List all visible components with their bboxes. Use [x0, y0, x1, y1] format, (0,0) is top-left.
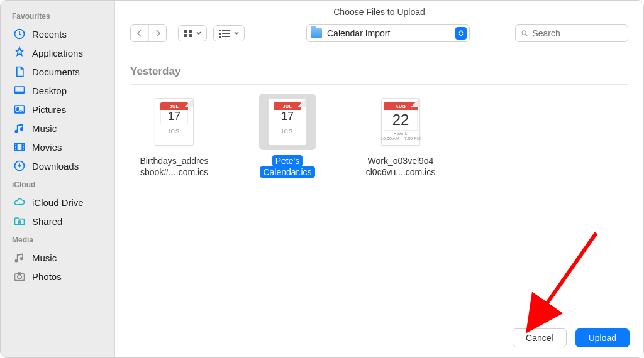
calendar-day: 17: [160, 110, 188, 124]
sidebar-item-media-music[interactable]: Music: [8, 248, 114, 267]
file-type-tag: ICS: [282, 128, 293, 134]
music-icon: [13, 122, 26, 134]
sidebar-item-label: Photos: [32, 271, 62, 282]
sidebar-item-label: iCloud Drive: [32, 197, 84, 208]
svg-point-20: [522, 31, 526, 35]
svg-rect-11: [189, 30, 192, 33]
clock-icon: [13, 28, 26, 40]
sidebar-item-label: Recents: [32, 29, 67, 40]
file-thumbnail: JUL 17 ICS: [155, 98, 194, 146]
downloads-icon: [13, 160, 26, 172]
sidebar-item-label: Downloads: [32, 161, 79, 171]
toolbar: Calendar Import: [115, 22, 643, 55]
svg-rect-13: [189, 34, 192, 37]
chevron-right-icon: [155, 30, 161, 37]
sidebar-item-pictures[interactable]: Pictures: [8, 100, 114, 119]
document-icon: [13, 65, 26, 78]
sidebar-item-label: Applications: [32, 48, 83, 58]
chevron-down-icon: [196, 31, 201, 35]
file-item-selected[interactable]: JUL 17 ICS Pete'sCalendar.ics: [243, 94, 331, 178]
file-thumbnail: JUL 17 ICS: [268, 98, 307, 146]
sidebar-item-label: Movies: [32, 142, 62, 153]
svg-point-9: [18, 275, 22, 279]
path-dropdown[interactable]: Calendar Import: [306, 24, 470, 42]
group-header: Yesterday: [130, 65, 628, 85]
calendar-subtext: 10:00 AM – 7:00 PM: [380, 136, 420, 141]
sidebar-section-icloud: iCloud: [12, 180, 114, 189]
sidebar-item-movies[interactable]: Movies: [8, 138, 114, 156]
music-icon: [13, 251, 26, 264]
svg-rect-14: [219, 30, 221, 31]
group-view-button[interactable]: [213, 25, 245, 41]
svg-rect-5: [15, 143, 25, 151]
file-thumbnail: AUG 22 • Work 10:00 AM – 7:00 PM: [381, 98, 420, 146]
sidebar-item-documents[interactable]: Documents: [8, 62, 114, 81]
group-icon: [219, 29, 230, 38]
calendar-month-band: AUG: [384, 102, 418, 110]
svg-rect-2: [15, 92, 25, 94]
folder-icon: [311, 28, 322, 38]
sidebar-item-applications[interactable]: Applications: [8, 43, 114, 62]
svg-rect-10: [184, 30, 187, 33]
sidebar-item-label: Music: [32, 123, 57, 134]
main-panel: Choose Files to Upload: [115, 1, 643, 357]
cloud-icon: [13, 196, 26, 209]
sidebar-item-label: Documents: [32, 67, 80, 77]
svg-rect-18: [219, 36, 221, 38]
file-label: Pete'sCalendar.ics: [243, 155, 331, 178]
calendar-month-band: JUL: [160, 102, 188, 110]
icon-view-button[interactable]: [178, 25, 207, 41]
svg-rect-16: [219, 33, 221, 35]
window-title: Choose Files to Upload: [115, 1, 643, 22]
grid-icon: [184, 29, 192, 38]
sidebar-item-music[interactable]: Music: [8, 119, 114, 138]
nav-buttons: [130, 24, 167, 42]
svg-rect-19: [222, 36, 230, 37]
calendar-day: 22: [384, 110, 418, 131]
file-picker-window: Favourites Recents Applications Document…: [0, 0, 644, 358]
desktop-icon: [13, 84, 26, 97]
sidebar-item-label: Pictures: [32, 104, 66, 115]
pictures-icon: [13, 103, 26, 116]
camera-icon: [13, 270, 26, 283]
svg-rect-15: [222, 30, 230, 31]
sidebar-item-downloads[interactable]: Downloads: [8, 156, 114, 175]
movies-icon: [13, 141, 26, 153]
back-button[interactable]: [131, 25, 148, 41]
svg-rect-12: [184, 34, 187, 37]
search-input[interactable]: [532, 28, 623, 38]
file-type-tag: ICS: [169, 128, 180, 134]
calendar-day: 17: [274, 110, 301, 124]
calendar-month-band: JUL: [274, 102, 301, 110]
sidebar-section-favourites: Favourites: [12, 12, 114, 21]
file-item[interactable]: JUL 17 ICS Birthdays_addressbook#....com…: [130, 94, 218, 178]
search-icon: [521, 29, 528, 38]
chevron-left-icon: [136, 30, 143, 37]
file-label: Birthdays_addressbook#....com.ics: [130, 155, 218, 178]
cancel-button[interactable]: Cancel: [513, 328, 567, 347]
sidebar-section-media: Media: [12, 236, 114, 244]
file-grid: JUL 17 ICS Birthdays_addressbook#....com…: [130, 94, 628, 178]
svg-rect-17: [222, 33, 230, 34]
sidebar-item-icloud-drive[interactable]: iCloud Drive: [8, 193, 114, 212]
sidebar-item-desktop[interactable]: Desktop: [8, 81, 114, 100]
search-box[interactable]: [515, 24, 628, 42]
forward-button[interactable]: [148, 25, 166, 41]
shared-folder-icon: [13, 215, 26, 227]
file-browser-content: Yesterday JUL 17 ICS Birthdays_addressbo…: [115, 55, 643, 318]
sidebar-item-label: Music: [32, 252, 57, 263]
calendar-subtext: • Work: [394, 131, 408, 136]
upload-button[interactable]: Upload: [575, 328, 630, 347]
sidebar-item-recents[interactable]: Recents: [8, 24, 114, 43]
sidebar-item-label: Desktop: [32, 85, 67, 96]
sidebar-item-shared[interactable]: Shared: [8, 212, 114, 231]
chevron-down-icon: [234, 31, 239, 35]
dialog-footer: Cancel Upload: [115, 318, 643, 357]
file-label: Work_o03vel9o4cl0c6vu....com.ics: [357, 155, 445, 178]
file-item[interactable]: AUG 22 • Work 10:00 AM – 7:00 PM Work_o0…: [357, 94, 445, 178]
dropdown-toggle-icon: [455, 27, 467, 40]
sidebar: Favourites Recents Applications Document…: [1, 1, 115, 357]
sidebar-item-media-photos[interactable]: Photos: [8, 267, 114, 286]
applications-icon: [13, 46, 26, 59]
sidebar-item-label: Shared: [32, 216, 62, 227]
